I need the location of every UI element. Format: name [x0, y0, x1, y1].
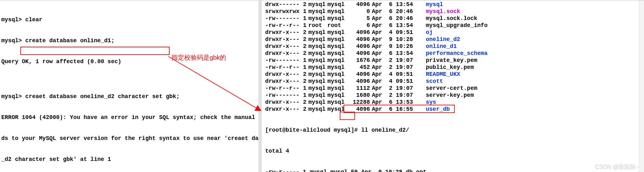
- shell-line: [root@bite-alicloud mysql]# ll oneline_d…: [265, 127, 643, 134]
- ls-filename: oneline_d2: [424, 36, 460, 43]
- mysql-terminal[interactable]: mysql> clear mysql> create database onli…: [0, 0, 259, 172]
- ls-row: srwxrwxrwx1mysqlmysql0Apr 6 20:46mysql.s…: [265, 8, 643, 15]
- term-line: mysql> clear: [1, 16, 258, 23]
- term-line: mysql> creaet database oneline_d2 charac…: [1, 93, 258, 100]
- shell-terminal[interactable]: drwx------2mysqlmysql4096Apr 6 13:54mysq…: [261, 0, 644, 172]
- term-line: _d2 character set gbk' at line 1: [1, 156, 258, 163]
- ls-filename: server-cert.pem: [424, 85, 477, 92]
- term-line: mysql> create database online_d1;: [1, 37, 258, 44]
- ls-filename: private_key.pem: [424, 57, 477, 64]
- ls-row: -rw-r--r--1mysqlmysql452Apr 2 19:07publi…: [265, 64, 643, 71]
- ls-row: drwxr-x---2mysqlmysql4096Apr 4 09:51READ…: [265, 71, 643, 78]
- ls-row: drwxr-x---2mysqlmysql12288Apr 6 13:53sys: [265, 99, 643, 106]
- term-line: ds to your MySQL server version for the …: [1, 135, 258, 142]
- ls-filename: mysql: [424, 1, 443, 8]
- ls-row: -rw-r--r--1rootroot6Apr 6 13:54mysql_upg…: [265, 22, 643, 29]
- ls-filename: user_db: [424, 106, 450, 113]
- ls-row: drwxr-x---2mysqlmysql4096Apr 4 09:51oj: [265, 29, 643, 36]
- ls-row: drwxr-x---2mysqlmysql4096Apr 4 09:51scot…: [265, 78, 643, 85]
- ls-filename: mysql.sock.lock: [424, 15, 477, 22]
- ls-row: -rw-------1mysqlmysql1676Apr 2 19:07priv…: [265, 57, 643, 64]
- csdn-watermark: CSDN @陈陈陈--: [595, 163, 640, 171]
- ls-filename: scott: [424, 78, 443, 85]
- ls-filename: public_key.pem: [424, 64, 474, 71]
- ls-row: drwxr-x---2mysqlmysql4096Apr 9 10:26onli…: [265, 43, 643, 50]
- ls-filename: server-key.pem: [424, 92, 474, 99]
- scrollbar[interactable]: [639, 0, 644, 172]
- shell-line: total 4: [265, 148, 643, 155]
- ls-row: -rw-r--r--1mysqlmysql1112Apr 2 19:07serv…: [265, 85, 643, 92]
- ls-filename: oj: [424, 29, 433, 36]
- ls-row: -rw-------1mysqlmysql1680Apr 2 19:07serv…: [265, 92, 643, 99]
- ls-filename: performance_schema: [424, 50, 487, 57]
- annotation-label: 指定校验码是gbk的: [171, 53, 226, 62]
- ls-row: -rw-------1mysqlmysql5Apr 6 20:46mysql.s…: [265, 15, 643, 22]
- ls-filename: online_d1: [424, 43, 457, 50]
- ls-filename: sys: [424, 99, 436, 106]
- shell-line: -rw-r----- 1 mysql mysql 59 Apr 9 10:28 …: [265, 169, 643, 172]
- ls-row: drwxr-x---2mysqlmysql4096Apr 6 16:55user…: [265, 106, 643, 113]
- ls-row: drwx------2mysqlmysql4096Apr 6 13:54mysq…: [265, 1, 643, 8]
- ls-filename: mysql_upgrade_info: [424, 22, 487, 29]
- ls-row: drwxr-x---2mysqlmysql4096Apr 9 10:28onel…: [265, 36, 643, 43]
- ls-filename: mysql.sock: [424, 8, 460, 15]
- term-line: ERROR 1064 (42000): You have an error in…: [1, 114, 258, 121]
- ls-row: drwxr-x---2mysqlmysql4096Apr 6 13:54perf…: [265, 50, 643, 57]
- ls-filename: README_UKX: [424, 71, 460, 78]
